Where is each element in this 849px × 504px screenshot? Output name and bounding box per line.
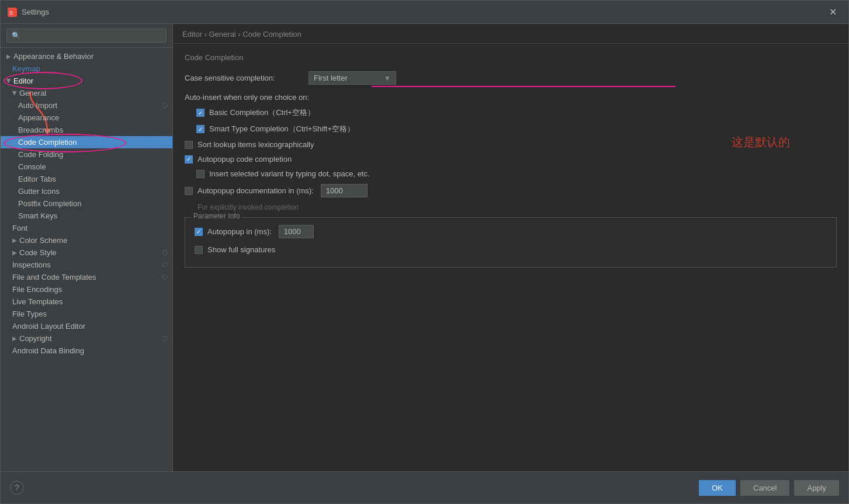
sidebar-item-label: General — [19, 89, 46, 98]
autopopup-doc-label: Autopopup documentation in (ms): — [197, 186, 314, 195]
copy-icon: ⬡ — [162, 335, 168, 342]
basic-completion-checkbox[interactable] — [196, 109, 205, 117]
case-sensitive-label: Case sensitive completion: — [185, 74, 302, 82]
basic-completion-row: Basic Completion（Ctrl+空格） — [185, 107, 837, 118]
sidebar-item-auto-import[interactable]: Auto Import ⬡ — [1, 99, 172, 112]
svg-text:S: S — [9, 10, 13, 16]
autopopup-code-row: Autopopup code completion — [185, 155, 837, 164]
sidebar-item-label: Breadcrumbs — [18, 126, 63, 134]
autopopup-ms-row: Autopopup in (ms): — [195, 225, 827, 238]
sidebar-item-label: Code Completion — [18, 138, 77, 147]
cancel-button[interactable]: Cancel — [740, 480, 789, 496]
show-full-signatures-checkbox[interactable] — [195, 246, 203, 254]
sort-lookup-label: Sort lookup items lexicographically — [197, 140, 314, 149]
insert-selected-label: Insert selected variant by typing dot, s… — [209, 169, 370, 178]
sidebar-item-gutter-icons[interactable]: Gutter Icons — [1, 185, 172, 197]
sidebar-item-code-folding[interactable]: Code Folding — [1, 148, 172, 161]
case-sensitive-row: Case sensitive completion: First letter … — [185, 71, 837, 85]
smart-type-checkbox[interactable] — [196, 125, 205, 133]
sidebar-item-breadcrumbs[interactable]: Breadcrumbs — [1, 124, 172, 136]
close-button[interactable]: ✕ — [824, 4, 841, 20]
show-full-signatures-row: Show full signatures — [195, 245, 827, 254]
sidebar-item-font[interactable]: Font — [1, 222, 172, 234]
autopopup-code-label: Autopopup code completion — [197, 155, 292, 164]
sidebar-item-keymap[interactable]: Keymap — [1, 62, 172, 75]
expand-arrow: ▶ — [12, 91, 18, 96]
show-full-signatures-label: Show full signatures — [207, 245, 275, 254]
annotation-text: 这是默认的 — [732, 134, 790, 150]
case-sensitive-dropdown[interactable]: First letter ▼ — [309, 71, 396, 85]
bottom-left: ? — [10, 481, 24, 495]
sidebar-item-color-scheme[interactable]: ▶ Color Scheme — [1, 234, 172, 246]
sidebar: ▶ Appearance & Behavior Keymap ▶ Editor — [1, 24, 173, 471]
breadcrumb-bar: Editor › General › Code Completion — [173, 24, 848, 44]
sidebar-item-copyright[interactable]: ▶ Copyright ⬡ — [1, 332, 172, 345]
help-button[interactable]: ? — [10, 481, 24, 495]
main-layout: ▶ Appearance & Behavior Keymap ▶ Editor — [1, 24, 848, 471]
sidebar-item-live-templates[interactable]: Live Templates — [1, 296, 172, 308]
copy-icon: ⬡ — [162, 102, 168, 109]
smart-type-row: Smart Type Completion（Ctrl+Shift+空格） — [185, 124, 837, 134]
sidebar-item-label: Gutter Icons — [18, 187, 60, 196]
pink-underline-annotation — [372, 86, 675, 87]
sidebar-item-label: Appearance & Behavior — [13, 52, 93, 61]
auto-insert-label: Auto-insert when only one choice on: — [185, 93, 837, 102]
sidebar-item-android-data-binding[interactable]: Android Data Binding — [1, 345, 172, 357]
sidebar-item-label: Code Style — [19, 248, 57, 257]
groupbox-title: Parameter Info — [191, 212, 242, 220]
for-explicitly-hint: For explicitly invoked completion — [197, 203, 837, 211]
autopopup-ms-label: Autopopup in (ms): — [207, 227, 272, 236]
settings-window: S Settings ✕ ▶ Appearance & Behavior Key… — [0, 0, 849, 504]
sidebar-item-label: File Types — [12, 310, 47, 318]
sidebar-item-label: Postfix Completion — [18, 199, 81, 208]
bottom-bar: ? OK Cancel Apply — [1, 471, 848, 503]
search-bar — [1, 24, 172, 48]
app-icon: S — [8, 8, 17, 17]
window-title: Settings — [22, 8, 824, 16]
basic-completion-label: Basic Completion（Ctrl+空格） — [209, 107, 315, 118]
sidebar-item-android-layout-editor[interactable]: Android Layout Editor — [1, 320, 172, 332]
sidebar-item-label: Live Templates — [12, 297, 63, 306]
expand-arrow: ▶ — [12, 335, 17, 342]
sidebar-item-label: Keymap — [12, 64, 40, 73]
sidebar-item-editor[interactable]: ▶ Editor — [1, 75, 172, 87]
insert-selected-row: Insert selected variant by typing dot, s… — [185, 169, 837, 178]
nav-tree: ▶ Appearance & Behavior Keymap ▶ Editor — [1, 48, 172, 471]
autopopup-doc-checkbox[interactable] — [185, 187, 193, 195]
autopopup-ms-checkbox[interactable] — [195, 228, 203, 236]
search-input[interactable] — [6, 29, 167, 43]
title-bar: S Settings ✕ — [1, 1, 848, 24]
sidebar-item-label: Color Scheme — [19, 236, 67, 245]
ok-button[interactable]: OK — [699, 480, 736, 496]
sidebar-item-code-completion[interactable]: Code Completion — [1, 136, 172, 148]
autopopup-ms-input[interactable] — [279, 225, 314, 238]
sidebar-item-file-types[interactable]: File Types — [1, 308, 172, 320]
sidebar-item-general[interactable]: ▶ General — [1, 87, 172, 99]
parameter-info-groupbox: Parameter Info Autopopup in (ms): Show f… — [185, 217, 837, 267]
sidebar-item-editor-tabs[interactable]: Editor Tabs — [1, 173, 172, 185]
sidebar-item-file-encodings[interactable]: File Encodings — [1, 283, 172, 296]
section-title: Code Completion — [185, 53, 837, 62]
sidebar-item-label: Smart Keys — [18, 211, 57, 220]
expand-arrow: ▶ — [6, 79, 12, 84]
autopopup-code-checkbox[interactable] — [185, 155, 193, 164]
copy-icon: ⬡ — [162, 249, 168, 256]
bottom-right: OK Cancel Apply — [699, 480, 839, 496]
sidebar-item-label: Inspections — [12, 260, 51, 269]
sidebar-item-code-style[interactable]: ▶ Code Style ⬡ — [1, 246, 172, 259]
sidebar-item-label: Appearance — [18, 113, 59, 122]
sidebar-item-console[interactable]: Console — [1, 161, 172, 173]
sidebar-item-label: Editor — [13, 77, 33, 85]
sidebar-item-label: Editor Tabs — [18, 175, 56, 183]
sidebar-item-inspections[interactable]: Inspections ⬡ — [1, 259, 172, 271]
sidebar-item-smart-keys[interactable]: Smart Keys — [1, 210, 172, 222]
apply-button[interactable]: Apply — [794, 480, 839, 496]
insert-selected-checkbox[interactable] — [196, 170, 205, 178]
sort-lookup-checkbox[interactable] — [185, 141, 193, 149]
sidebar-item-appearance[interactable]: Appearance — [1, 112, 172, 124]
sidebar-item-file-code-templates[interactable]: File and Code Templates ⬡ — [1, 271, 172, 283]
expand-arrow: ▶ — [6, 53, 11, 60]
sidebar-item-postfix-completion[interactable]: Postfix Completion — [1, 197, 172, 210]
sidebar-item-appearance-behavior[interactable]: ▶ Appearance & Behavior — [1, 50, 172, 62]
autopopup-doc-input[interactable] — [321, 184, 368, 197]
